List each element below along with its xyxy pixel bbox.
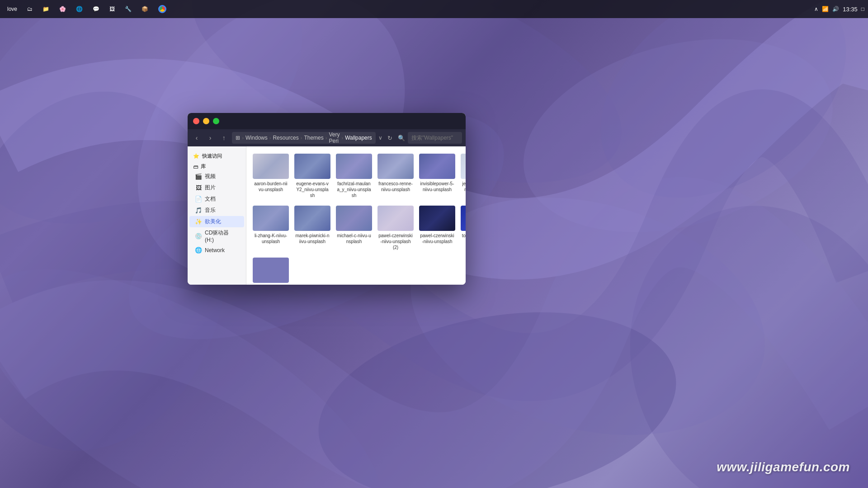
browser-icon: 🌐 (76, 6, 83, 12)
breadcrumb-resources[interactable]: Resources (273, 135, 298, 141)
file-item-li[interactable]: li-zhang-K-niivu-unsplash (252, 204, 290, 252)
app3-icon: 🌸 (59, 6, 66, 12)
file-thumbnail-fachrizal (336, 154, 372, 179)
sidebar-item-music[interactable]: 🎵 音乐 (189, 205, 244, 216)
explorer-body: ⭐ 快速访问 🗃 库 🎬 视频 🖼 图片 📄 文档 🎵 音乐 (188, 146, 466, 285)
library-label: 库 (201, 163, 206, 170)
sidebar-quick-access-header[interactable]: ⭐ 快速访问 (188, 150, 246, 160)
sidebar-item-beautify[interactable]: ✨ 欲美化 (189, 216, 244, 227)
app4-icon: 💬 (93, 6, 99, 12)
taskbar: love 🗂 📁 🌸 🌐 💬 🖼 🔧 📦 ∧ 📶 (0, 0, 868, 18)
refresh-button[interactable]: ↻ (385, 132, 395, 143)
file-name-invisible: invisiblepower-5-niivu-unsplash (420, 181, 454, 192)
taskbar-show-desktop-icon[interactable]: □ (861, 6, 864, 12)
file-explorer-window: ‹ › ↑ ⊞ › Windows › Resources › Themes ›… (188, 113, 466, 285)
taskbar-right: ∧ 📶 🔊 13:35 □ (814, 6, 864, 13)
library-icon: 🗃 (193, 164, 198, 169)
file-item-jeremy[interactable]: jeremy-bishop---niivu-unsplash (460, 152, 466, 200)
video-icon: 🎬 (195, 173, 202, 180)
sidebar-item-network[interactable]: 🌐 Network (189, 245, 244, 255)
file-item-toa[interactable]: toa-heftiba-niivu-unsplash (460, 204, 466, 252)
file-name-toa: toa-heftiba-niivu-unsplash (462, 233, 466, 244)
files-icon: 🗂 (27, 6, 33, 12)
back-button[interactable]: ‹ (191, 132, 202, 144)
taskbar-sound-icon: 🔊 (832, 6, 839, 12)
taskbar-app-3[interactable]: 🌸 (56, 4, 70, 14)
search-icon: 🔍 (398, 135, 405, 141)
file-item-pawel2[interactable]: pawel-czerwinski-niivu-unsplash (418, 204, 456, 252)
breadcrumb-wallpapers[interactable]: Wallpapers (345, 135, 372, 141)
sidebar-library-header[interactable]: 🗃 库 (188, 160, 246, 171)
taskbar-app-7[interactable]: 📦 (138, 4, 152, 14)
sidebar-item-cd[interactable]: 💿 CD驱动器 (H:) (189, 227, 244, 245)
file-item-eugene[interactable]: eugene-evans-vY2_niivu-unsplash (293, 152, 331, 200)
file-item-aaron[interactable]: aaron-burden-niivu-unsplash (252, 152, 290, 200)
file-item-invisible[interactable]: invisiblepower-5-niivu-unsplash (418, 152, 456, 200)
file-name-li: li-zhang-K-niivu-unsplash (254, 233, 288, 244)
close-button[interactable] (193, 118, 199, 124)
file-name-pawel2: pawel-czerwinski-niivu-unsplash (420, 233, 454, 244)
file-thumbnail-francesco (377, 154, 414, 179)
file-row-2: li-zhang-K-niivu-unsplash marek-piwnicki… (252, 204, 460, 252)
documents-icon: 📄 (195, 196, 202, 202)
file-name-pawel1: pawel-czerwinski-niivu-unsplash (2) (378, 233, 413, 250)
star-icon: ⭐ (193, 153, 199, 159)
sidebar-beautify-label: 欲美化 (205, 218, 221, 225)
taskbar-files[interactable]: 🗂 (24, 4, 36, 14)
file-name-francesco: francesco-renne-niivu-unsplash (378, 181, 413, 192)
forward-button[interactable]: › (205, 132, 216, 144)
up-button[interactable]: ↑ (218, 132, 229, 144)
titlebar (188, 113, 466, 129)
file-row-3: very peri (252, 256, 460, 285)
file-item-pawel1[interactable]: pawel-czerwinski-niivu-unsplash (2) (377, 204, 415, 252)
breadcrumb[interactable]: ⊞ › Windows › Resources › Themes › Very … (232, 132, 375, 144)
music-icon: 🎵 (195, 207, 202, 214)
file-thumbnail-pawel2 (419, 206, 455, 231)
taskbar-start[interactable]: love (4, 4, 21, 14)
file-item-michael[interactable]: michael-c-niivu-unsplash (335, 204, 373, 252)
file-item-francesco[interactable]: francesco-renne-niivu-unsplash (377, 152, 415, 200)
file-item-fachrizal[interactable]: fachrizal-maulan a_y_niivu-unsplash (335, 152, 373, 200)
sidebar-item-video[interactable]: 🎬 视频 (189, 171, 244, 182)
app6-icon: 🔧 (125, 6, 132, 12)
search-input[interactable] (408, 132, 462, 144)
file-name-marek: marek-piwnicki-niivu-unsplash (295, 233, 330, 244)
taskbar-left: love 🗂 📁 🌸 🌐 💬 🖼 🔧 📦 (4, 3, 814, 15)
minimize-button[interactable] (203, 118, 209, 124)
app5-icon: 🖼 (109, 6, 115, 12)
sidebar-item-pictures[interactable]: 🖼 图片 (189, 182, 244, 193)
taskbar-app-5[interactable]: 🖼 (106, 4, 118, 14)
file-item-marek[interactable]: marek-piwnicki-niivu-unsplash (293, 204, 331, 252)
sidebar-video-label: 视频 (205, 173, 216, 180)
taskbar-app-4[interactable]: 💬 (89, 4, 103, 14)
taskbar-app-2[interactable]: 📁 (39, 4, 53, 14)
network-icon: 🌐 (195, 247, 202, 253)
breadcrumb-veryperi[interactable]: Very Peri (329, 131, 340, 144)
cd-icon: 💿 (195, 233, 202, 239)
taskbar-chevron: ∧ (814, 6, 818, 12)
breadcrumb-themes[interactable]: Themes (304, 135, 323, 141)
sidebar-pictures-label: 图片 (205, 184, 216, 192)
file-row-1: aaron-burden-niivu-unsplash eugene-evans… (252, 152, 460, 200)
taskbar-time: 13:35 (843, 6, 858, 13)
taskbar-browser[interactable]: 🌐 (72, 4, 86, 14)
sidebar-cd-label: CD驱动器 (H:) (205, 229, 239, 243)
watermark: www.jiligamefun.com (717, 460, 850, 474)
file-name-fachrizal: fachrizal-maulan a_y_niivu-unsplash (337, 181, 371, 198)
file-name-eugene: eugene-evans-vY2_niivu-unsplash (295, 181, 330, 198)
breadcrumb-windows[interactable]: Windows (245, 135, 268, 141)
sidebar-documents-label: 文档 (205, 195, 216, 203)
window-controls (193, 118, 219, 124)
taskbar-app-6[interactable]: 🔧 (121, 4, 135, 14)
file-grid: aaron-burden-niivu-unsplash eugene-evans… (246, 146, 466, 285)
file-name-jeremy: jeremy-bishop---niivu-unsplash (462, 181, 466, 192)
file-thumbnail-jeremy (461, 154, 466, 179)
beautify-icon: ✨ (195, 218, 202, 225)
taskbar-signal-icon: 📶 (822, 6, 829, 12)
taskbar-chrome[interactable] (155, 3, 170, 15)
maximize-button[interactable] (213, 118, 219, 124)
sidebar-music-label: 音乐 (205, 206, 216, 214)
sidebar-item-documents[interactable]: 📄 文档 (189, 193, 244, 205)
breadcrumb-dropdown-button[interactable]: ∨ (378, 135, 382, 141)
file-item-veryperi[interactable]: very peri (252, 256, 290, 285)
